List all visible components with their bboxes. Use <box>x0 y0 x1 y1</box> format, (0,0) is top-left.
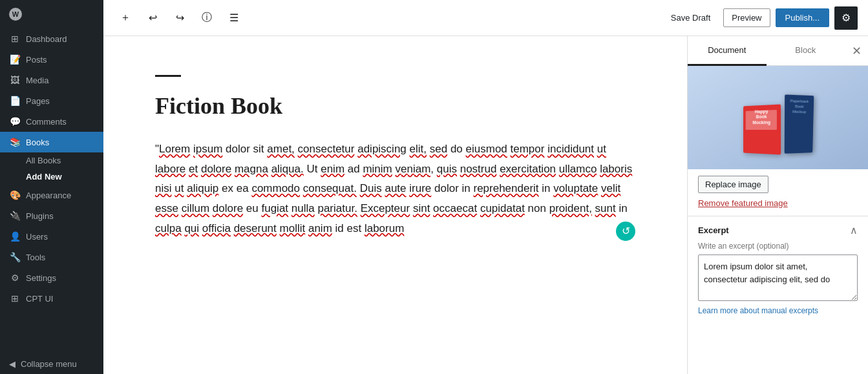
books-submenu: All Books Add New <box>0 152 103 185</box>
users-icon: 👤 <box>9 231 21 242</box>
panel-close-button[interactable]: ✕ <box>845 39 868 63</box>
media-icon: 🖼 <box>9 75 21 85</box>
sidebar-item-posts[interactable]: 📝 Posts <box>0 49 103 70</box>
sidebar-item-dashboard[interactable]: ⊞ Dashboard <box>0 28 103 49</box>
save-draft-button[interactable]: Save Draft <box>663 9 718 26</box>
sidebar-item-label: Pages <box>26 96 50 106</box>
featured-image: Happy Book Mocking Paperback Book Mockup <box>688 66 868 169</box>
comments-icon: 💬 <box>9 116 21 127</box>
dashboard-icon: ⊞ <box>9 34 21 44</box>
sidebar-item-label: Appearance <box>26 191 71 200</box>
excerpt-header: Excerpt ∧ <box>698 224 858 236</box>
pages-icon: 📄 <box>9 96 21 106</box>
editor-content[interactable]: Fiction Book "Lorem ipsum dolor sit amet… <box>103 36 687 374</box>
collapse-label: Collapse menu <box>21 359 77 369</box>
sidebar-item-label: Media <box>26 76 48 85</box>
wordpress-icon: W <box>9 8 22 21</box>
settings-toggle-button[interactable]: ⚙ <box>834 6 858 30</box>
right-panel: Document Block ✕ Happy Book Mocking <box>687 36 868 374</box>
excerpt-title: Excerpt <box>698 225 729 235</box>
ai-assistant-icon[interactable]: ↺ <box>616 222 635 241</box>
main-area: ＋ ↩ ↪ ⓘ ☰ Save Draft Preview Publish... … <box>103 0 868 374</box>
sidebar-subitem-add-new[interactable]: Add New <box>21 169 103 185</box>
book-blue-mockup: Paperback Book Mockup <box>785 94 814 153</box>
sidebar-item-plugins[interactable]: 🔌 Plugins <box>0 205 103 226</box>
sidebar-subitem-all-books[interactable]: All Books <box>21 152 103 169</box>
sidebar-item-label: Users <box>26 232 48 242</box>
sidebar-item-books[interactable]: 📚 Books <box>0 132 103 152</box>
sidebar: W ⊞ Dashboard 📝 Posts 🖼 Media 📄 Pages 💬 … <box>0 0 103 374</box>
add-block-button[interactable]: ＋ <box>114 6 137 30</box>
remove-image-link[interactable]: Remove featured image <box>698 197 858 209</box>
sidebar-item-users[interactable]: 👤 Users <box>0 226 103 247</box>
sidebar-item-label: Dashboard <box>26 34 67 44</box>
excerpt-toggle-button[interactable]: ∧ <box>850 224 858 236</box>
book-red-mockup: Happy Book Mocking <box>743 104 781 154</box>
panel-content: Happy Book Mocking Paperback Book Mockup <box>688 66 868 374</box>
learn-more-link[interactable]: Learn more about manual excerpts <box>698 306 858 315</box>
books-icon: 📚 <box>9 137 21 147</box>
body-paragraph: "Lorem ipsum dolor sit amet, consectetur… <box>155 140 635 238</box>
featured-image-actions: Replace image Remove featured image <box>688 169 868 216</box>
plugins-icon: 🔌 <box>9 211 21 221</box>
sidebar-item-pages[interactable]: 📄 Pages <box>0 90 103 111</box>
wp-logo: W <box>0 0 103 28</box>
featured-image-section: Happy Book Mocking Paperback Book Mockup <box>688 66 868 216</box>
sidebar-item-appearance[interactable]: 🎨 Appearance <box>0 185 103 205</box>
cptui-icon: ⊞ <box>9 293 21 304</box>
collapse-menu-button[interactable]: ◀ Collapse menu <box>0 354 103 374</box>
posts-icon: 📝 <box>9 54 21 65</box>
list-view-button[interactable]: ☰ <box>222 6 246 30</box>
collapse-icon: ◀ <box>9 359 16 369</box>
excerpt-section: Excerpt ∧ Write an excerpt (optional) Lo… <box>688 216 868 323</box>
post-separator <box>155 75 181 77</box>
sidebar-item-media[interactable]: 🖼 Media <box>0 70 103 90</box>
sidebar-item-tools[interactable]: 🔧 Tools <box>0 247 103 267</box>
redo-button[interactable]: ↪ <box>168 6 191 30</box>
sidebar-item-label: Tools <box>26 253 45 262</box>
replace-image-button[interactable]: Replace image <box>698 176 768 193</box>
panel-tabs: Document Block ✕ <box>688 36 868 66</box>
sidebar-item-cpt-ui[interactable]: ⊞ CPT UI <box>0 288 103 309</box>
post-title[interactable]: Fiction Book <box>155 92 635 120</box>
tools-icon: 🔧 <box>9 252 21 262</box>
sidebar-item-comments[interactable]: 💬 Comments <box>0 111 103 132</box>
editor-area: Fiction Book "Lorem ipsum dolor sit amet… <box>103 36 868 374</box>
sidebar-bottom: ◀ Collapse menu <box>0 354 103 374</box>
preview-button[interactable]: Preview <box>723 8 770 27</box>
sidebar-item-label: Books <box>26 138 49 147</box>
excerpt-textarea[interactable]: Lorem ipsum dolor sit amet, consectetur … <box>698 255 858 301</box>
sidebar-item-label: Settings <box>26 273 56 283</box>
sidebar-item-label: Comments <box>26 117 67 127</box>
editor-toolbar: ＋ ↩ ↪ ⓘ ☰ Save Draft Preview Publish... … <box>103 0 868 36</box>
sidebar-item-label: CPT UI <box>26 294 53 304</box>
settings-icon: ⚙ <box>9 273 21 283</box>
publish-button[interactable]: Publish... <box>776 8 829 27</box>
toolbar-right: Save Draft Preview Publish... ⚙ <box>663 6 858 30</box>
tab-document[interactable]: Document <box>688 36 767 66</box>
undo-button[interactable]: ↩ <box>141 6 164 30</box>
excerpt-hint: Write an excerpt (optional) <box>698 242 858 251</box>
post-body[interactable]: "Lorem ipsum dolor sit amet, consectetur… <box>155 140 635 238</box>
appearance-icon: 🎨 <box>9 190 21 200</box>
sidebar-item-label: Plugins <box>26 211 54 221</box>
info-button[interactable]: ⓘ <box>195 6 218 30</box>
sidebar-item-settings[interactable]: ⚙ Settings <box>0 267 103 288</box>
sidebar-item-label: Posts <box>26 55 47 65</box>
tab-block[interactable]: Block <box>767 36 845 66</box>
